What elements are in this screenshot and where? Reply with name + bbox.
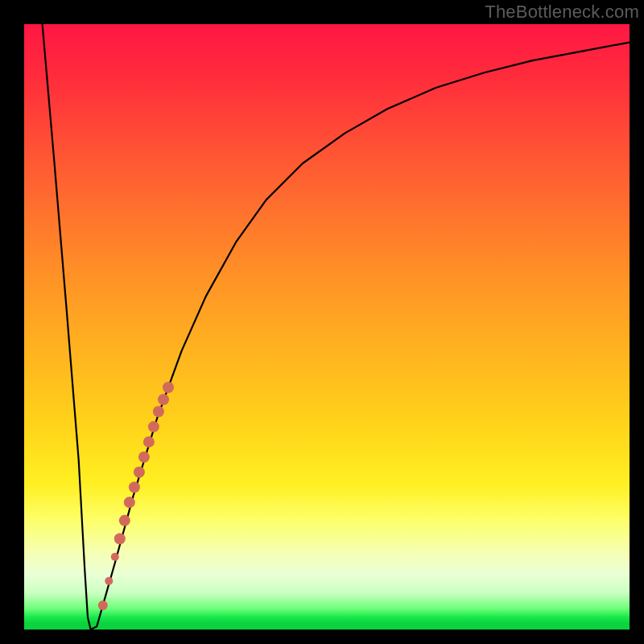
highlight-dot	[119, 515, 130, 526]
highlight-dot	[138, 452, 150, 463]
highlight-dot	[163, 382, 174, 393]
highlight-dot	[105, 577, 113, 585]
watermark-text: TheBottleneck.com	[485, 2, 639, 23]
highlight-dot	[114, 533, 126, 544]
highlight-dot	[148, 421, 159, 432]
highlight-dot	[153, 406, 164, 417]
chart-frame: TheBottleneck.com	[0, 0, 644, 644]
highlight-dots	[98, 382, 174, 610]
highlight-dot	[158, 394, 169, 405]
bottleneck-curve	[43, 24, 630, 630]
highlight-dot	[143, 436, 155, 448]
plot-area	[24, 24, 630, 630]
highlight-dot	[98, 601, 108, 610]
chart-svg	[24, 24, 630, 630]
highlight-dot	[124, 497, 135, 508]
highlight-dot	[111, 553, 119, 561]
highlight-dot	[134, 467, 145, 478]
highlight-dot	[129, 481, 140, 493]
